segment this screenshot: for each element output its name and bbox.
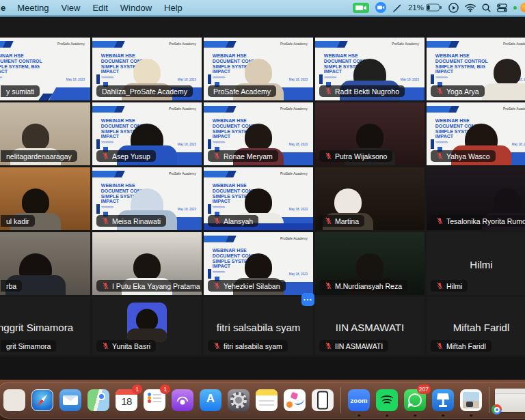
- video-tile-asep-yusup[interactable]: WEBINAR HSE DOCUMENT CONTROL SIMPLE SYST…: [92, 102, 202, 165]
- participant-name: Ronae Meryam: [224, 152, 273, 160]
- slide-chevrons: >>>>>>>: [101, 75, 113, 79]
- video-tile-nelitagardenaaragay[interactable]: nelitagardenaaragay: [0, 102, 90, 165]
- search-icon[interactable]: [482, 3, 491, 12]
- dock-whatsapp-icon[interactable]: 207: [403, 388, 427, 412]
- dock-calendar-icon[interactable]: 181: [114, 388, 139, 412]
- muted-mic-icon: [213, 282, 221, 290]
- zoom-menubar-icon[interactable]: [375, 2, 386, 13]
- now-playing-icon[interactable]: [448, 3, 459, 13]
- video-tile-martina[interactable]: Martina: [315, 167, 425, 230]
- participant-name: Martina: [335, 217, 359, 225]
- slide-shape-sq: [96, 204, 100, 214]
- slide-title: WEBINAR HSE DOCUMENT CONTROL SIMPLE SYST…: [0, 53, 51, 74]
- dock-keynote-icon[interactable]: [431, 388, 455, 412]
- slide-date: May 18, 2023: [178, 143, 196, 146]
- silhouette-head: [26, 192, 45, 214]
- participant-name-label: ProSafe Academy: [208, 85, 276, 97]
- menu-help[interactable]: Help: [164, 3, 183, 13]
- slide-shape-sq: [431, 74, 434, 84]
- more-options-button[interactable]: ···: [301, 293, 314, 306]
- control-center-icon[interactable]: [497, 3, 507, 13]
- video-tile-rba[interactable]: rba: [0, 232, 90, 295]
- video-tile-yunita-basri[interactable]: Yunita Basri: [92, 297, 202, 355]
- participant-name: Yunita Basri: [112, 342, 150, 350]
- video-tile-fitri-salsabila-syam[interactable]: fitri salsabila syamfitri salsabila syam: [204, 297, 313, 355]
- video-tile-yoga-arya[interactable]: WEBINAR HSE DOCUMENT CONTROL SIMPLE SYST…: [427, 38, 525, 100]
- video-tile-yehezkiel-silaban[interactable]: WEBINAR HSE DOCUMENT CONTROL SIMPLE SYST…: [204, 232, 313, 295]
- video-tile-i-putu-eka-yayang-pratama[interactable]: I Putu Eka Yayang Pratama: [92, 232, 202, 295]
- slide-brand: ProSafe Academy: [169, 171, 196, 176]
- dock-settings-icon[interactable]: [226, 388, 251, 412]
- dock-freeform-icon[interactable]: [282, 388, 307, 412]
- video-tile-dahliza-prosafe-academy[interactable]: WEBINAR HSE DOCUMENT CONTROL SIMPLE SYST…: [92, 38, 202, 100]
- video-tile-putra-wijaksono[interactable]: Putra Wijaksono: [315, 102, 425, 165]
- participant-silhouette: [127, 312, 167, 343]
- participant-name-label: ul kadir: [1, 215, 35, 227]
- participant-name-label: fitri salsabila syam: [208, 340, 288, 352]
- participant-name-label: grit Simamora: [1, 340, 56, 352]
- participant-name-label: Dahliza_ProSafe Academy: [96, 85, 193, 97]
- dock-maps-icon[interactable]: [86, 388, 111, 412]
- dock-podcasts-icon[interactable]: [170, 388, 195, 412]
- dock-app-store-icon[interactable]: A: [198, 388, 223, 412]
- video-tile-ul-kadir[interactable]: ul kadir: [0, 167, 90, 230]
- video-tile-prosafe-academy[interactable]: WEBINAR HSE DOCUMENT CONTROL SIMPLE SYST…: [204, 38, 313, 100]
- dock-safari-icon[interactable]: [30, 388, 55, 412]
- participant-name-label: Miftah Faridl: [431, 340, 492, 352]
- menu-meeting[interactable]: Meeting: [17, 3, 49, 13]
- notification-badge: 207: [417, 384, 431, 394]
- slide-shape-sq: [208, 74, 211, 84]
- dock-mail-icon[interactable]: [58, 388, 83, 412]
- dock-divider: [340, 387, 341, 413]
- slide-chevrons: >>>>>>>: [101, 140, 113, 144]
- dock-notes-icon[interactable]: [254, 388, 279, 412]
- dock-reminders-icon[interactable]: 1: [142, 388, 167, 412]
- video-tile-ronae-meryam[interactable]: WEBINAR HSE DOCUMENT CONTROL SIMPLE SYST…: [204, 102, 313, 165]
- video-tile-meisa-rinawati[interactable]: WEBINAR HSE DOCUMENT CONTROL SIMPLE SYST…: [92, 167, 202, 230]
- silhouette-head: [249, 257, 268, 279]
- silhouette-head: [26, 127, 45, 149]
- video-tile-alansyah[interactable]: WEBINAR HSE DOCUMENT CONTROL SIMPLE SYST…: [204, 167, 313, 230]
- video-tile-iin-asmawati[interactable]: IIN ASMAWATIIIN ASMAWATI: [315, 297, 425, 355]
- video-tile-radit-bekti-nugroho[interactable]: WEBINAR HSE DOCUMENT CONTROL SIMPLE SYST…: [315, 38, 425, 100]
- video-tile-y-sumiati[interactable]: WEBINAR HSE DOCUMENT CONTROL SIMPLE SYST…: [0, 38, 90, 100]
- app-menu-partial[interactable]: e: [1, 3, 5, 13]
- dock-zoom-icon[interactable]: zoom: [347, 388, 371, 412]
- menu-view[interactable]: View: [61, 3, 80, 13]
- slide-date: May 18, 2023: [178, 78, 196, 81]
- video-tile-miftah-faridl[interactable]: Miftah FaridlMiftah Faridl: [427, 297, 525, 355]
- menu-edit[interactable]: Edit: [92, 3, 107, 13]
- participant-name: Asep Yusup: [112, 152, 150, 160]
- participant-name-label: Alansyah: [208, 215, 258, 227]
- slide-shape-sq: [96, 139, 100, 149]
- battery-icon[interactable]: [426, 3, 442, 12]
- video-tile-grit-simamora[interactable]: nggrit Simamoragrit Simamora: [0, 297, 90, 355]
- dock-spotify-icon[interactable]: [375, 388, 399, 412]
- participant-name-label: Ronae Meryam: [208, 150, 278, 162]
- menu-window[interactable]: Window: [120, 3, 152, 13]
- slide-shape-d1: [92, 106, 118, 113]
- participant-name: fitri salsabila syam: [224, 342, 282, 350]
- participant-name-label: Tesalonika Ryorita Rumondor: [431, 215, 525, 227]
- video-tile-tesalonika-ryorita-rumondor[interactable]: Tesalonika Ryorita Rumondor: [427, 167, 525, 230]
- silhouette-head: [137, 62, 157, 84]
- dock-photos-icon[interactable]: [459, 388, 483, 412]
- pencil-icon[interactable]: [392, 3, 402, 12]
- participant-name: Miftah Faridl: [446, 342, 486, 350]
- dock-launchpad-icon[interactable]: [2, 388, 27, 412]
- minimized-chrome-window[interactable]: [495, 389, 525, 412]
- participant-display-name: Hilmi: [427, 259, 525, 270]
- participant-name: Yahya Wasco: [446, 152, 490, 160]
- menu-extra-partial-icon[interactable]: [520, 3, 525, 12]
- slide-chevrons: >>>>>>>: [435, 140, 448, 144]
- participant-name-label: rba: [1, 280, 22, 292]
- video-tile-hilmi[interactable]: HilmiHilmi: [427, 232, 525, 295]
- camera-active-icon[interactable]: [353, 3, 369, 13]
- participant-name: Yoga Arya: [446, 87, 479, 96]
- dock-iphone-mirroring-icon[interactable]: [310, 388, 335, 412]
- wifi-icon[interactable]: [465, 3, 476, 12]
- video-tile-yahya-wasco[interactable]: WEBINAR HSE DOCUMENT CONTROL SIMPLE SYST…: [427, 102, 525, 165]
- menu-items: MeetingViewEditWindowHelp: [11, 3, 189, 13]
- video-tile-m-nurdiansyah-reza[interactable]: M.Nurdiansyah Reza: [315, 232, 425, 295]
- participant-name: rba: [6, 282, 16, 290]
